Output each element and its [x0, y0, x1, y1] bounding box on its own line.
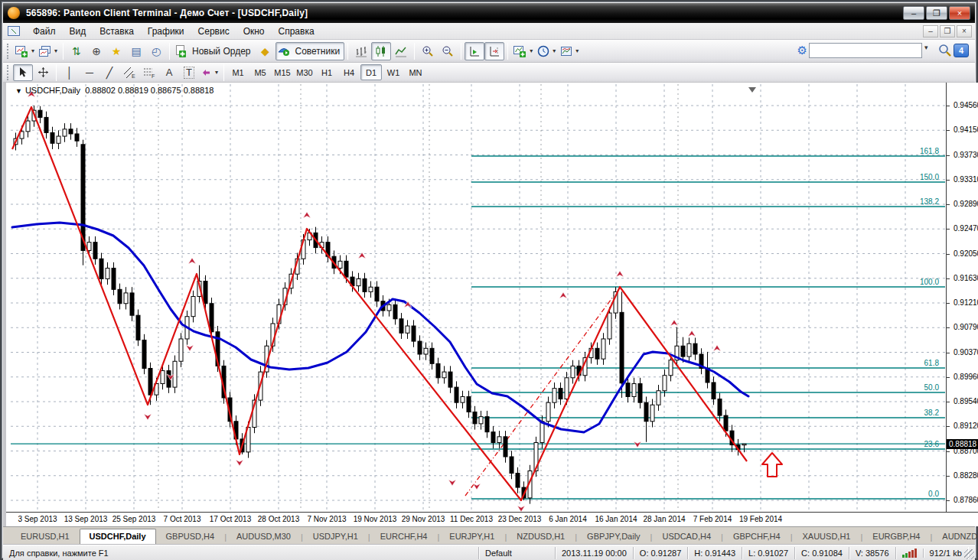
menu-item-Сервис[interactable]: Сервис: [191, 24, 236, 39]
auto-scroll-icon: [468, 45, 481, 57]
new-order-button[interactable]: Новый Ордер: [173, 42, 255, 60]
auto-scroll-button[interactable]: [465, 42, 484, 60]
metaeditor-icon: ◆: [261, 46, 269, 57]
chart-tab-usdjpy[interactable]: USDJPY,H1: [303, 529, 368, 545]
chart-canvas[interactable]: 161.8150.0138.2100.061.850.038.223.60.0: [9, 83, 946, 513]
navigator-button[interactable]: ★: [106, 42, 126, 60]
minimize-button[interactable]: –: [903, 6, 924, 20]
cursor-icon: [18, 67, 28, 78]
toolbar-grip[interactable]: [7, 65, 11, 80]
menu-item-Вид[interactable]: Вид: [63, 24, 93, 39]
label-icon: T: [184, 67, 194, 79]
data-window-button[interactable]: ⊕: [86, 42, 106, 60]
chart-tab-nzdusd[interactable]: NZDUSD,H1: [507, 529, 575, 545]
symbol-dropdown-icon[interactable]: ▼: [15, 87, 22, 95]
text-tool-button[interactable]: A: [159, 64, 179, 81]
chart-tab-gbpusd[interactable]: GBPUSD,H4: [156, 529, 225, 545]
templates-button[interactable]: ▾: [558, 42, 581, 60]
maximize-button[interactable]: ❐: [926, 6, 947, 20]
menu-item-Вставка[interactable]: Вставка: [93, 24, 141, 39]
line-chart-mode-button[interactable]: [391, 42, 411, 60]
price-axis-label: 0.94150: [954, 125, 978, 134]
status-panel-3: L: 0.91027: [742, 547, 795, 559]
menu-item-Файл[interactable]: Файл: [26, 24, 63, 39]
vertical-line-tool-button[interactable]: │: [60, 64, 80, 81]
chart-tab-gbpchf[interactable]: GBPCHF,H4: [723, 529, 791, 545]
timeframe-h1-button[interactable]: H1: [316, 64, 337, 80]
mdi-minimize-button[interactable]: –: [923, 25, 938, 37]
terminal-panel-button[interactable]: ▤: [126, 42, 146, 60]
timeframe-m15-button[interactable]: M15: [272, 64, 293, 80]
chart-legend: ▼USDCHF,Daily 0.88802 0.88819 0.88675 0.…: [15, 86, 214, 95]
toolbar-grip[interactable]: [7, 44, 11, 59]
timeframe-d1-button[interactable]: D1: [360, 64, 382, 80]
crosshair-tool-button[interactable]: [33, 64, 53, 81]
horizontal-line-tool-button[interactable]: ─: [80, 64, 99, 81]
candlestick-mode-button[interactable]: [371, 42, 391, 60]
resize-grip[interactable]: [964, 549, 974, 559]
chart-tab-eurjpy[interactable]: EURJPY,H1: [439, 529, 504, 545]
chevron-down-icon: ▾: [553, 47, 556, 54]
chart-tab-eurusd[interactable]: EURUSD,H1: [11, 529, 80, 545]
status-profile[interactable]: Default: [479, 547, 556, 559]
periods-button[interactable]: ▾: [535, 42, 558, 60]
svg-text:150.0: 150.0: [920, 173, 939, 181]
community-badge[interactable]: 4: [954, 44, 969, 57]
chart-tab-audnzd[interactable]: AUDNZD,H4: [932, 529, 978, 545]
zoom-in-button[interactable]: [418, 42, 438, 60]
zoom-out-button[interactable]: [438, 42, 458, 60]
svg-text:E: E: [132, 73, 135, 79]
chart-tab-eurgbp[interactable]: EURGBP,H4: [862, 529, 930, 545]
fibonacci-tool-button[interactable]: F: [139, 64, 159, 81]
label-tool-button[interactable]: T: [179, 64, 199, 81]
date-axis-label: 19 Nov 2013: [354, 515, 397, 523]
menu-item-Графики[interactable]: Графики: [141, 24, 191, 39]
indicators-icon: [513, 45, 526, 57]
indicators-button[interactable]: ▾: [511, 42, 535, 60]
chart-tab-usdchf[interactable]: USDCHF,Daily: [80, 529, 156, 545]
new-order-label: Новый Ордер: [190, 46, 253, 57]
advisor-icon: [278, 45, 291, 57]
menu-item-Окно[interactable]: Окно: [236, 24, 272, 39]
new-chart-button[interactable]: ▾: [13, 42, 37, 60]
arrows-tool-button[interactable]: ▾: [199, 64, 220, 81]
mdi-close-button[interactable]: ×: [957, 25, 972, 37]
timeframe-m30-button[interactable]: M30: [294, 64, 315, 80]
timeframe-m1-button[interactable]: M1: [227, 64, 249, 80]
timeframe-mn-button[interactable]: MN: [405, 64, 426, 80]
timeframe-m5-button[interactable]: M5: [249, 64, 271, 80]
chart-shift-button[interactable]: [484, 42, 504, 60]
chart-mdi-icon[interactable]: [8, 26, 20, 36]
channel-tool-button[interactable]: E: [119, 64, 139, 81]
bar-chart-mode-button[interactable]: [351, 42, 371, 60]
timeframe-w1-button[interactable]: W1: [383, 64, 404, 80]
menu-item-Справка[interactable]: Справка: [272, 24, 321, 39]
profiles-button[interactable]: ▾: [37, 42, 60, 60]
ohlc-values: 0.88802 0.88819 0.88675 0.88818: [85, 86, 214, 95]
drawing-toolbar: │ ─ ╱ E F A T ▾ M1M5M15M30H1H4D1W1MN: [3, 63, 975, 83]
chart-tab-eurchf[interactable]: EURCHF,H4: [370, 529, 438, 545]
trendline-tool-button[interactable]: ╱: [99, 64, 119, 81]
metaeditor-button[interactable]: ◆: [256, 42, 275, 60]
chevron-down-icon: ▾: [530, 47, 533, 54]
strategy-tester-button[interactable]: ◴: [146, 42, 166, 60]
market-watch-button[interactable]: ⇅: [67, 42, 86, 60]
mdi-restore-button[interactable]: ❐: [940, 25, 955, 37]
cursor-tool-button[interactable]: [13, 64, 33, 81]
search-input[interactable]: [809, 43, 922, 58]
chart-tab-gbpjpy[interactable]: GBPJPY,Daily: [577, 529, 650, 545]
status-bar: Для справки, нажмите F1 Default 2013.11.…: [3, 545, 975, 560]
chart-window: 161.8150.0138.2100.061.850.038.223.60.0 …: [3, 83, 978, 526]
chart-tab-usdcad[interactable]: USDCAD,H4: [652, 529, 721, 545]
expert-advisors-button[interactable]: Советники: [275, 42, 345, 60]
new-order-icon: [175, 45, 187, 57]
timeframe-h4-button[interactable]: H4: [338, 64, 360, 80]
close-button[interactable]: ×: [949, 6, 970, 20]
search-dropdown-button[interactable]: ▾: [924, 43, 937, 58]
gear-icon[interactable]: ⚙: [797, 45, 807, 56]
status-panel-1: O: 0.91287: [634, 547, 688, 559]
chart-tab-xauusd[interactable]: XAUUSD,H1: [793, 529, 861, 545]
search-icon[interactable]: [938, 44, 952, 57]
chart-tab-audusd[interactable]: AUDUSD,M30: [227, 529, 301, 545]
window-title: 565896: Panteon Client Terminal - Демо С…: [26, 8, 903, 18]
